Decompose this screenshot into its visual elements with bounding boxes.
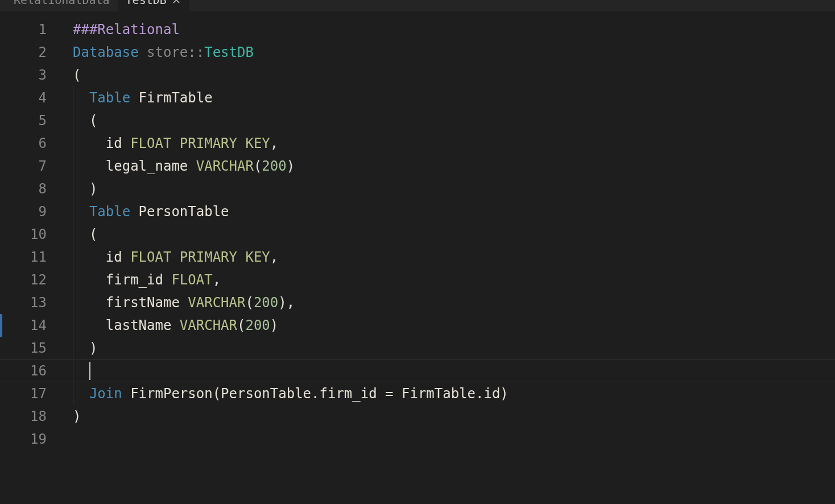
code-token: :: (188, 44, 204, 60)
code-token: ( (73, 113, 97, 129)
code-token: FLOAT (171, 272, 212, 288)
indent-guide (73, 109, 73, 132)
code-token: PRIMARY (180, 135, 237, 151)
code-token (237, 249, 245, 265)
code-token: id (73, 249, 130, 265)
code-token: ###Relational (73, 22, 180, 38)
code-token: 200 (254, 295, 278, 311)
code-token: , (213, 272, 221, 288)
tab-label: RelationalData (14, 0, 110, 7)
code-line[interactable]: ( (73, 223, 835, 246)
code-line[interactable]: ) (73, 337, 835, 360)
code-token: ) (73, 181, 97, 197)
code-token: id (73, 135, 130, 151)
indent-guide (73, 291, 73, 314)
code-line[interactable]: firstName VARCHAR(200), (73, 291, 835, 314)
line-number: 8 (5, 177, 56, 200)
indent-guide (73, 360, 73, 382)
code-token: firstName (73, 295, 188, 311)
line-number: 4 (5, 86, 56, 109)
line-number: 19 (5, 428, 56, 451)
code-token: 200 (262, 158, 286, 174)
line-number: 6 (5, 132, 56, 155)
code-token: , (270, 249, 278, 265)
line-number: 10 (5, 223, 56, 246)
line-number: 18 (5, 405, 56, 428)
indent-guide (73, 132, 73, 155)
code-token: store (147, 44, 188, 60)
close-icon[interactable] (171, 0, 181, 5)
code-token: ( (254, 158, 262, 174)
code-token: ) (270, 317, 278, 333)
code-token: Join (89, 386, 122, 402)
tab-relationaldata[interactable]: RelationalData (6, 0, 118, 11)
code-token: VARCHAR (180, 317, 237, 333)
indent-guide (73, 200, 73, 223)
code-line[interactable]: ( (73, 109, 835, 132)
line-number: 13 (5, 291, 56, 314)
indent-guide (73, 268, 73, 291)
line-number: 16 (5, 360, 56, 382)
code-line[interactable]: ###Relational (73, 18, 835, 41)
code-content[interactable]: ###RelationalDatabase store::TestDB( Tab… (56, 11, 835, 504)
code-line[interactable]: Database store::TestDB (73, 41, 835, 64)
line-number: 5 (5, 109, 56, 132)
code-token: Database (73, 44, 139, 60)
editor-left-strip (0, 11, 5, 504)
code-line[interactable]: ) (73, 405, 835, 428)
code-token: lastName (73, 317, 180, 333)
code-line[interactable]: Table PersonTable (73, 200, 835, 223)
code-token: Table (89, 204, 130, 220)
code-line[interactable]: ) (73, 177, 835, 200)
code-token: KEY (245, 135, 270, 151)
line-number: 2 (5, 41, 56, 64)
code-token: ( (245, 295, 253, 311)
tab-label: TestDB (126, 0, 167, 7)
code-token: ), (278, 295, 295, 311)
indent-guide (73, 337, 73, 360)
code-token: FLOAT (130, 249, 171, 265)
code-line[interactable]: id FLOAT PRIMARY KEY, (73, 132, 835, 155)
code-line[interactable]: ( (73, 64, 835, 86)
code-token (139, 44, 147, 60)
indent-guide (73, 223, 73, 246)
text-cursor (89, 362, 90, 380)
code-token (73, 90, 89, 106)
line-number: 3 (5, 64, 56, 86)
line-number: 17 (5, 382, 56, 405)
code-line[interactable]: lastName VARCHAR(200) (73, 314, 835, 337)
editor-area[interactable]: 12345678910111213141516171819 ###Relatio… (0, 11, 835, 504)
code-token (73, 386, 89, 402)
code-token: Table (89, 90, 130, 106)
code-token: ( (73, 226, 97, 242)
indent-guide (73, 177, 73, 200)
code-token: , (270, 135, 278, 151)
code-line[interactable]: firm_id FLOAT, (73, 268, 835, 291)
line-number: 9 (5, 200, 56, 223)
line-number: 1 (5, 18, 56, 41)
code-line[interactable] (73, 428, 835, 451)
code-line[interactable]: Join FirmPerson(PersonTable.firm_id = Fi… (73, 382, 835, 405)
line-number: 14 (5, 314, 56, 337)
indent-guide (73, 314, 73, 337)
code-token: firm_id (73, 272, 171, 288)
indent-guide (73, 86, 73, 109)
tab-testdb[interactable]: TestDB (118, 0, 189, 11)
code-token: ) (287, 158, 295, 174)
indent-guide (73, 246, 73, 268)
code-token: FLOAT (130, 135, 171, 151)
cursor-line-marker (0, 314, 2, 337)
code-line[interactable]: id FLOAT PRIMARY KEY, (73, 246, 835, 268)
code-token: PersonTable (130, 204, 229, 220)
code-line[interactable]: legal_name VARCHAR(200) (73, 155, 835, 177)
code-line[interactable] (73, 360, 835, 382)
code-line[interactable]: Table FirmTable (73, 86, 835, 109)
code-token: legal_name (73, 158, 196, 174)
code-token (237, 135, 245, 151)
code-token: ) (73, 408, 81, 424)
code-token (171, 249, 179, 265)
code-token: 200 (245, 317, 270, 333)
code-token: ( (237, 317, 245, 333)
code-token: KEY (245, 249, 270, 265)
code-token: VARCHAR (196, 158, 254, 174)
